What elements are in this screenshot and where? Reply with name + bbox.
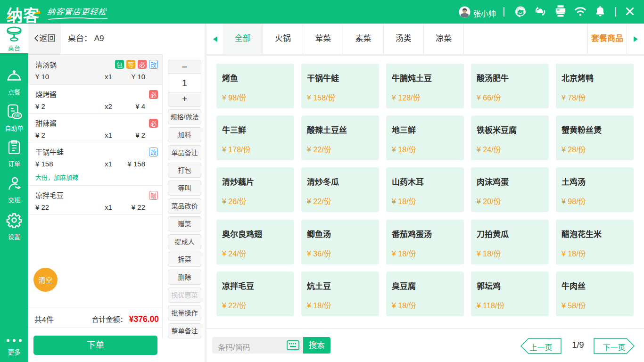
svg-text:自助: 自助 <box>14 114 20 118</box>
